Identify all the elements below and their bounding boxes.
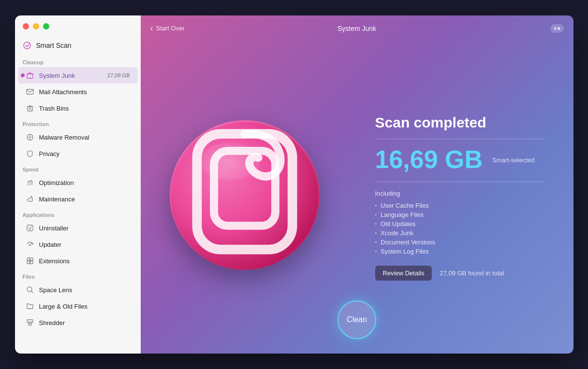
maintenance-icon — [26, 195, 34, 203]
divider-top — [375, 139, 544, 139]
review-details-button[interactable]: Review Details — [375, 266, 432, 281]
optimization-label: Optimization — [39, 179, 130, 186]
trash-bins-label: Trash Bins — [39, 105, 130, 112]
privacy-icon — [26, 149, 34, 158]
list-item: Language Files — [375, 210, 544, 219]
main-window: Smart Scan Cleanup System Junk 27,09 GB — [15, 15, 573, 354]
sidebar-item-trash-bins[interactable]: Trash Bins — [18, 100, 138, 116]
sidebar-item-space-lens[interactable]: Space Lens — [18, 282, 138, 298]
sidebar-item-maintenance[interactable]: Maintenance — [18, 191, 138, 207]
list-item: User Cache Files — [375, 201, 544, 210]
svg-rect-2 — [27, 89, 33, 94]
list-item: Old Updates — [375, 219, 544, 228]
system-junk-label: System Junk — [39, 72, 103, 79]
section-label-applications: Applications — [15, 207, 141, 220]
system-junk-icon — [26, 71, 34, 80]
sidebar-item-extensions[interactable]: Extensions — [18, 253, 138, 269]
list-item: Xcode Junk — [375, 228, 544, 238]
bottom-actions: Review Details 27,09 GB found in total — [375, 266, 544, 281]
app-logo — [170, 120, 324, 275]
svg-rect-14 — [27, 320, 33, 322]
privacy-label: Privacy — [39, 150, 130, 157]
svg-point-5 — [29, 136, 31, 138]
sidebar-item-shredder[interactable]: Shredder — [18, 314, 138, 331]
large-old-files-label: Large & Old Files — [39, 303, 130, 310]
including-label: Including — [375, 190, 544, 197]
clean-button[interactable]: Clean — [338, 300, 376, 339]
svg-point-7 — [30, 180, 31, 181]
sidebar-content: Smart Scan Cleanup System Junk 27,09 GB — [15, 34, 141, 354]
list-item: System Log Files — [375, 247, 544, 256]
svg-rect-11 — [27, 261, 30, 264]
clean-button-area: Clean — [338, 300, 376, 339]
optimization-icon — [26, 178, 34, 187]
sidebar-item-optimization[interactable]: Optimization — [18, 174, 138, 191]
malware-removal-label: Malware Removal — [39, 134, 130, 141]
svg-rect-1 — [27, 74, 33, 78]
mail-attachments-label: Mail Attachments — [39, 88, 130, 96]
scan-title: Scan completed — [375, 114, 544, 131]
extensions-label: Extensions — [39, 257, 130, 265]
sidebar-item-updater[interactable]: Updater — [18, 236, 138, 253]
sidebar-item-large-old-files[interactable]: Large & Old Files — [18, 298, 138, 314]
scan-panel: Scan completed 16,69 GB Smart-selected I… — [351, 105, 544, 290]
sidebar-item-system-junk[interactable]: System Junk 27,09 GB — [18, 67, 138, 84]
section-label-protection: Protection — [15, 116, 141, 129]
file-list: User Cache Files Language Files Old Upda… — [375, 201, 544, 256]
maximize-button[interactable] — [43, 23, 49, 29]
shredder-label: Shredder — [39, 319, 130, 326]
list-item: Document Versions — [375, 238, 544, 247]
window-control-dot[interactable] — [550, 24, 564, 33]
logo-svg — [170, 120, 320, 270]
malware-removal-icon — [26, 133, 34, 142]
large-old-files-icon — [26, 302, 34, 311]
smart-scan-label: Smart Scan — [36, 42, 72, 49]
smart-scan-icon — [23, 41, 31, 50]
sidebar: Smart Scan Cleanup System Junk 27,09 GB — [15, 15, 141, 354]
system-junk-size: 27,09 GB — [107, 72, 130, 78]
sidebar-item-privacy[interactable]: Privacy — [18, 145, 138, 162]
section-label-speed: Speed — [15, 162, 141, 174]
updater-label: Updater — [39, 241, 130, 248]
trash-bins-icon — [26, 104, 34, 113]
updater-icon — [26, 240, 34, 249]
svg-rect-9 — [27, 258, 30, 261]
uninstaller-icon — [26, 224, 34, 232]
chevron-left-icon: ‹ — [150, 23, 153, 33]
sidebar-item-smart-scan[interactable]: Smart Scan — [15, 36, 141, 55]
start-over-label: Start Over — [156, 25, 185, 32]
maintenance-label: Maintenance — [39, 196, 130, 203]
section-label-cleanup: Cleanup — [15, 55, 141, 67]
active-indicator — [21, 73, 25, 77]
start-over-button[interactable]: ‹ Start Over — [150, 23, 185, 33]
svg-rect-16 — [214, 151, 275, 226]
window-title: System Junk — [338, 25, 376, 32]
uninstaller-label: Uninstaller — [39, 225, 130, 232]
main-content: ‹ Start Over System Junk — [141, 15, 573, 354]
window-controls-right — [550, 24, 564, 33]
sidebar-item-mail-attachments[interactable]: Mail Attachments — [18, 84, 138, 100]
space-lens-icon — [26, 285, 34, 294]
divider-bottom — [375, 182, 544, 182]
extensions-icon — [26, 256, 34, 265]
svg-rect-10 — [30, 258, 33, 261]
size-row: 16,69 GB Smart-selected — [375, 147, 544, 174]
traffic-lights — [15, 15, 141, 34]
mail-attachments-icon — [26, 87, 34, 96]
svg-point-0 — [24, 42, 30, 49]
smart-selected: Smart-selected — [492, 156, 534, 164]
titlebar: ‹ Start Over System Junk — [141, 15, 573, 41]
space-lens-label: Space Lens — [39, 286, 130, 294]
section-label-files: Files — [15, 269, 141, 282]
scan-size: 16,69 GB — [375, 147, 483, 172]
minimize-button[interactable] — [33, 23, 39, 29]
sidebar-item-malware-removal[interactable]: Malware Removal — [18, 129, 138, 145]
sidebar-item-uninstaller[interactable]: Uninstaller — [18, 220, 138, 236]
svg-rect-12 — [30, 261, 33, 264]
close-button[interactable] — [23, 23, 29, 29]
found-total: 27,09 GB found in total — [440, 270, 504, 277]
shredder-icon — [26, 318, 34, 327]
svg-rect-8 — [27, 225, 33, 231]
svg-point-6 — [28, 181, 29, 182]
svg-rect-3 — [28, 107, 32, 111]
